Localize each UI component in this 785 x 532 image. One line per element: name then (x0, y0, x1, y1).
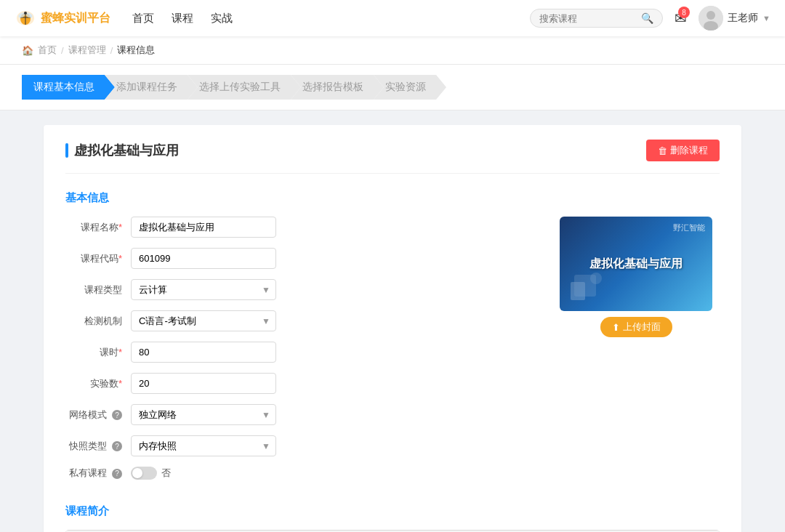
label-class-hours: 课时* (65, 346, 131, 359)
breadcrumb-home-icon: 🏠 (22, 45, 33, 56)
search-icon[interactable]: 🔍 (641, 12, 653, 24)
field-private-course: 私有课程 ? 否 (65, 467, 538, 480)
input-course-name[interactable] (131, 217, 276, 238)
breadcrumb: 🏠 首页 / 课程管理 / 课程信息 (0, 36, 785, 65)
toggle-knob (132, 468, 142, 478)
cover-image: 野汇智能 虚拟化基础与应用 (560, 217, 712, 311)
snapshot-type-help-icon[interactable]: ? (112, 441, 122, 451)
select-snapshot-wrap: 内存快照 磁盘快照 ▼ (131, 435, 276, 456)
step-2[interactable]: 添加课程任务 (105, 75, 198, 100)
page-title: 虚拟化基础与应用 (74, 142, 179, 159)
field-snapshot-type: 快照类型 ? 内存快照 磁盘快照 ▼ (65, 435, 538, 456)
username-arrow-icon: ▼ (762, 14, 770, 23)
form-layout: 课程名称* 课程代码* 课程类型 云计算 (65, 217, 720, 490)
field-class-hours: 课时* (65, 342, 538, 363)
select-network-wrap: 独立网络 共享网络 ▼ (131, 404, 276, 425)
step-3-label: 选择上传实验工具 (199, 81, 281, 94)
input-course-code[interactable] (131, 248, 276, 269)
form-cover: 野汇智能 虚拟化基础与应用 ⬆ 上传封面 (560, 217, 720, 337)
search-input[interactable] (539, 13, 641, 24)
label-lab-count: 实验数* (65, 377, 131, 390)
input-lab-count[interactable] (131, 373, 276, 394)
nav-course[interactable]: 课程 (172, 12, 193, 25)
svg-point-6 (24, 12, 27, 15)
page-title-wrap: 虚拟化基础与应用 (65, 142, 179, 159)
select-snapshot-type[interactable]: 内存快照 磁盘快照 (131, 435, 276, 456)
cover-decoration-icon (567, 267, 611, 304)
nav-home[interactable]: 首页 (132, 12, 154, 25)
upload-icon: ⬆ (612, 322, 620, 333)
delete-btn-label: 删除课程 (670, 144, 708, 157)
cover-image-wrap: 野汇智能 虚拟化基础与应用 ⬆ 上传封面 (560, 217, 712, 337)
navbar: 蜜蜂实训平台 首页 课程 实战 🔍 ✉ 8 王老师 ▼ (0, 0, 785, 36)
breadcrumb-sep1: / (61, 45, 64, 56)
page-header: 虚拟化基础与应用 🗑 删除课程 (65, 140, 720, 174)
brand[interactable]: 蜜蜂实训平台 (15, 7, 110, 29)
brand-name: 蜜蜂实训平台 (41, 11, 110, 26)
steps-bar: 课程基本信息 添加课程任务 选择上传实验工具 选择报告模板 实验资源 (0, 65, 785, 110)
field-course-code: 课程代码* (65, 248, 538, 269)
field-course-name: 课程名称* (65, 217, 538, 238)
toggle-wrap: 否 (131, 467, 171, 480)
svg-point-12 (590, 273, 602, 284)
breadcrumb-sep2: / (110, 45, 113, 56)
bee-logo-icon (15, 7, 36, 29)
section-basic-title: 基本信息 (65, 191, 720, 205)
mail-icon-wrap[interactable]: ✉ 8 (675, 9, 687, 27)
select-course-type-wrap: 云计算 大数据 人工智能 网络安全 ▼ (131, 279, 276, 300)
step-5[interactable]: 实验资源 (374, 75, 446, 100)
username: 王老师 (728, 12, 758, 25)
select-detection-wrap: C语言-考试制 Python-考试制 Java-考试制 ▼ (131, 310, 276, 331)
delete-course-button[interactable]: 🗑 删除课程 (646, 140, 720, 161)
step-1-label: 课程基本信息 (33, 81, 94, 94)
step-4[interactable]: 选择报告模板 (291, 75, 384, 100)
avatar (699, 6, 723, 31)
label-course-type: 课程类型 (65, 283, 131, 297)
select-course-type[interactable]: 云计算 大数据 人工智能 网络安全 (131, 279, 276, 300)
network-mode-help-icon[interactable]: ? (112, 410, 122, 420)
breadcrumb-current: 课程信息 (117, 44, 155, 57)
step-1[interactable]: 课程基本信息 (22, 75, 115, 100)
step-4-label: 选择报告模板 (302, 81, 363, 94)
upload-btn-label: 上传封面 (623, 321, 661, 334)
field-lab-count: 实验数* (65, 373, 538, 394)
field-network-mode: 网络模式 ? 独立网络 共享网络 ▼ (65, 404, 538, 425)
svg-point-8 (706, 11, 715, 20)
label-detection: 检测机制 (65, 315, 131, 328)
field-detection: 检测机制 C语言-考试制 Python-考试制 Java-考试制 ▼ (65, 310, 538, 331)
title-bar-decoration (65, 143, 68, 158)
delete-icon: 🗑 (658, 145, 667, 156)
select-detection[interactable]: C语言-考试制 Python-考试制 Java-考试制 (131, 310, 276, 331)
upload-cover-button[interactable]: ⬆ 上传封面 (600, 317, 672, 337)
toggle-private-course[interactable] (131, 467, 157, 480)
private-course-help-icon[interactable]: ? (112, 469, 122, 479)
step-5-label: 实验资源 (385, 81, 426, 94)
input-class-hours[interactable] (131, 342, 276, 363)
breadcrumb-course-mgmt[interactable]: 课程管理 (68, 44, 106, 57)
step-2-label: 添加课程任务 (116, 81, 177, 94)
field-course-type: 课程类型 云计算 大数据 人工智能 网络安全 ▼ (65, 279, 538, 300)
label-snapshot-type: 快照类型 ? (65, 440, 131, 453)
step-3[interactable]: 选择上传实验工具 (188, 75, 301, 100)
main-nav: 首页 课程 实战 (132, 12, 530, 25)
page-card: 虚拟化基础与应用 🗑 删除课程 基本信息 课程名称* (44, 125, 741, 532)
nav-practice[interactable]: 实战 (211, 12, 233, 25)
select-network-mode[interactable]: 独立网络 共享网络 (131, 404, 276, 425)
form-fields: 课程名称* 课程代码* 课程类型 云计算 (65, 217, 538, 490)
search-box[interactable]: 🔍 (530, 9, 663, 28)
user-menu[interactable]: 王老师 ▼ (699, 6, 770, 31)
label-private-course: 私有课程 ? (65, 467, 131, 480)
mail-badge: 8 (678, 7, 690, 18)
label-network-mode: 网络模式 ? (65, 408, 131, 422)
main-content: 虚拟化基础与应用 🗑 删除课程 基本信息 课程名称* (22, 110, 763, 532)
toggle-label: 否 (161, 467, 171, 480)
breadcrumb-home[interactable]: 首页 (38, 44, 57, 57)
label-course-code: 课程代码* (65, 252, 131, 265)
section-intro-title: 课程简介 (65, 504, 720, 518)
label-course-name: 课程名称* (65, 221, 131, 234)
cover-title: 虚拟化基础与应用 (589, 257, 683, 272)
cover-logo: 野汇智能 (673, 222, 705, 233)
navbar-right: 🔍 ✉ 8 王老师 ▼ (530, 6, 770, 31)
